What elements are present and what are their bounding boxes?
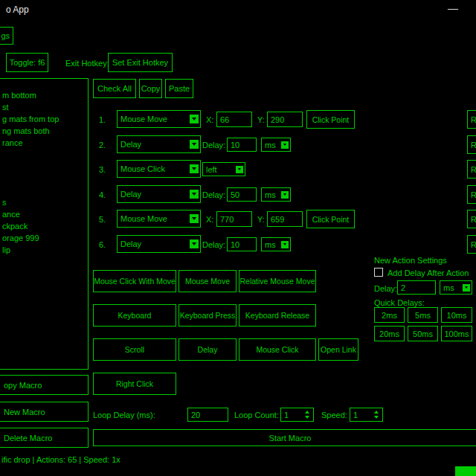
action-type-value: Delay <box>118 190 141 199</box>
spinner-down-icon[interactable] <box>374 416 379 419</box>
macro-list-item[interactable]: g mats from top <box>0 113 88 125</box>
quick-delay-5ms-button[interactable]: 5ms <box>408 307 438 323</box>
start-macro-button[interactable]: Start Macro <box>93 429 476 446</box>
speed-stepper[interactable]: 1 <box>350 408 383 422</box>
action-row-number: 4. <box>99 190 106 200</box>
macro-list-item[interactable]: m bottom <box>0 89 88 101</box>
y-input[interactable] <box>267 112 303 127</box>
dropdown-arrow-icon[interactable] <box>463 284 470 292</box>
delay-input[interactable] <box>227 187 257 202</box>
dropdown-arrow-icon[interactable] <box>190 239 199 248</box>
remove-button[interactable]: R <box>467 160 476 178</box>
dropdown-arrow-icon[interactable] <box>190 115 199 123</box>
delay-unit-dropdown[interactable]: ms <box>261 187 291 202</box>
settings-delay-unit-dropdown[interactable]: ms <box>440 280 472 295</box>
dropdown-arrow-icon[interactable] <box>190 140 199 149</box>
dropdown-arrow-icon[interactable] <box>190 164 199 173</box>
click-point-button[interactable]: Click Point <box>306 110 355 129</box>
quick-delay-50ms-button[interactable]: 50ms <box>408 326 438 341</box>
macro-list-item[interactable] <box>0 161 88 173</box>
remove-button[interactable]: R <box>467 135 476 154</box>
add-keyboard-button[interactable]: Keyboard <box>93 304 176 327</box>
loop-count-stepper[interactable]: 1 <box>280 408 314 422</box>
add-mouse-click-with-move-button[interactable]: Mouse Click With Move <box>93 270 176 292</box>
spinner-down-icon[interactable] <box>305 416 309 419</box>
tab-settings[interactable]: gs <box>0 27 13 45</box>
settings-delay-label: Delay: <box>374 283 397 294</box>
add-scroll-button[interactable]: Scroll <box>93 338 176 361</box>
macro-list-item[interactable] <box>0 173 88 184</box>
dropdown-arrow-icon[interactable] <box>190 190 199 199</box>
add-keyboard-release-button[interactable]: Keyboard Release <box>239 304 316 327</box>
toggle-hotkey-button[interactable]: Toggle: f6 <box>6 53 48 72</box>
macro-list-item[interactable] <box>0 149 88 161</box>
stepper-arrows <box>303 411 312 419</box>
action-type-dropdown[interactable]: Mouse Move <box>117 110 201 128</box>
macro-list-item[interactable]: ng mats both <box>0 125 88 137</box>
check-all-button[interactable]: Check All <box>93 79 136 98</box>
macro-list-item[interactable]: s <box>0 196 88 208</box>
delay-input[interactable] <box>227 237 257 251</box>
action-type-dropdown[interactable]: Delay <box>117 135 201 153</box>
app-window: { "colors": { "accent": "#00cd00", "back… <box>0 0 476 476</box>
spinner-up-icon[interactable] <box>305 411 309 414</box>
loop-delay-input[interactable] <box>187 408 228 422</box>
action-type-dropdown[interactable]: Mouse Click <box>117 160 201 178</box>
add-keyboard-press-button[interactable]: Keyboard Press <box>178 304 237 327</box>
add-mouse-move-button[interactable]: Mouse Move <box>178 270 237 292</box>
delete-macro-button[interactable]: Delete Macro <box>0 428 89 448</box>
dropdown-arrow-icon[interactable] <box>190 214 199 223</box>
copy-macro-button[interactable]: opy Macro <box>0 375 89 395</box>
click-point-button[interactable]: Click Point <box>306 210 355 228</box>
dropdown-arrow-icon[interactable] <box>281 141 289 149</box>
delay-unit-value: ms <box>262 190 276 199</box>
delay-input[interactable] <box>227 138 257 152</box>
add-delay-button[interactable]: Delay <box>178 338 237 361</box>
dropdown-arrow-icon[interactable] <box>281 191 289 199</box>
macro-list-item[interactable]: ckpack <box>0 220 88 232</box>
delay-unit-dropdown[interactable]: ms <box>261 138 291 152</box>
spinner-up-icon[interactable] <box>374 411 379 414</box>
mouse-button-dropdown[interactable]: left <box>202 162 245 176</box>
add-delay-checkbox[interactable] <box>374 268 383 277</box>
macro-list-item[interactable]: st <box>0 101 88 113</box>
remove-button[interactable]: R <box>467 235 476 254</box>
x-label: X: <box>206 214 213 225</box>
action-type-dropdown[interactable]: Delay <box>117 185 201 203</box>
settings-delay-input[interactable] <box>397 280 436 295</box>
remove-button[interactable]: R <box>467 185 476 204</box>
x-input[interactable] <box>216 112 252 127</box>
action-type-dropdown[interactable]: Delay <box>117 235 201 253</box>
quick-delay-10ms-button[interactable]: 10ms <box>441 307 472 323</box>
dropdown-arrow-icon[interactable] <box>281 241 289 248</box>
delay-label: Delay: <box>202 140 225 150</box>
add-mouse-click-button[interactable]: Mouse Click <box>239 338 316 361</box>
set-exit-hotkey-button[interactable]: Set Exit Hotkey <box>108 53 173 72</box>
add-right-click-button[interactable]: Right Click <box>93 373 176 395</box>
macro-list-item[interactable]: rance <box>0 137 88 149</box>
paste-button[interactable]: Paste <box>165 79 193 98</box>
resize-grip[interactable] <box>455 466 476 476</box>
y-input[interactable] <box>267 211 303 227</box>
x-input[interactable] <box>216 211 252 227</box>
remove-button[interactable]: R <box>467 210 476 228</box>
add-relative-mouse-move-button[interactable]: Relative Mouse Move <box>239 270 316 292</box>
macro-list-item[interactable]: orage 999 <box>0 232 88 244</box>
copy-button[interactable]: Copy <box>139 79 162 98</box>
new-macro-button[interactable]: New Macro <box>0 402 89 422</box>
action-type-dropdown[interactable]: Mouse Move <box>117 210 201 228</box>
add-open-link-button[interactable]: Open Link <box>318 338 358 361</box>
quick-delay-100ms-button[interactable]: 100ms <box>441 326 472 341</box>
status-bar-text: ific drop | Actions: 65 | Speed: 1x <box>1 454 120 465</box>
delay-label: Delay: <box>202 239 225 250</box>
minimize-button[interactable]: — <box>448 2 458 14</box>
quick-delay-2ms-button[interactable]: 2ms <box>374 307 405 323</box>
quick-delays-label: Quick Delays: <box>374 298 425 308</box>
macro-list-item[interactable]: lip <box>0 244 88 256</box>
remove-button[interactable]: R <box>467 110 476 129</box>
quick-delay-20ms-button[interactable]: 20ms <box>374 326 405 341</box>
macro-list-item[interactable] <box>0 184 88 196</box>
dropdown-arrow-icon[interactable] <box>236 166 243 173</box>
delay-unit-dropdown[interactable]: ms <box>261 237 291 251</box>
macro-list-item[interactable]: ance <box>0 208 88 220</box>
